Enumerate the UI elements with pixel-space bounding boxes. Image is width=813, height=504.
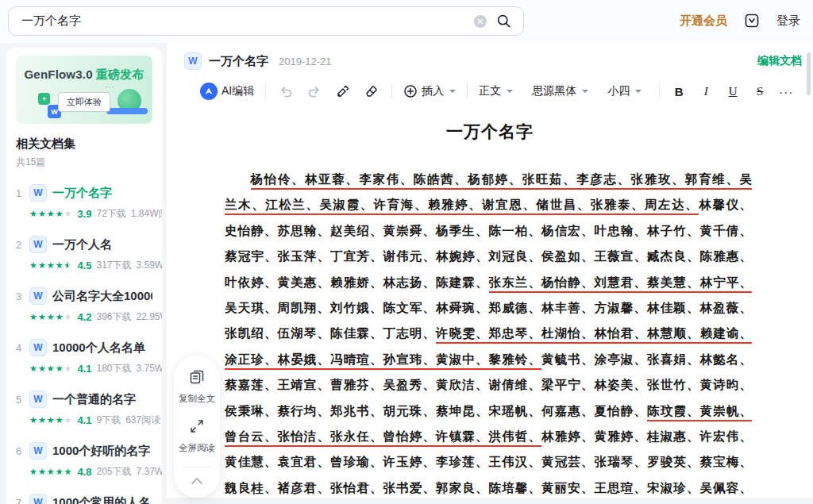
doc-item-title: 1000个好听的名字 (52, 444, 150, 459)
names-text: 侯秉琳、蔡行均、郑兆书、胡元珠、蔡坤昆、宋瑶帆、何嘉惠、夏怡静、 (225, 404, 647, 417)
red-underlined-names: 杨怡伶、林亚蓉、李家伟、陈皓茜、杨郁婷、张旺茹、李彦志、张雅玫、郭育维、吴 (251, 172, 752, 190)
doc-list-item[interactable]: 6W1000个好听的名字★★★★★4.8205下载7.37W阅读 (16, 442, 152, 479)
star-icon: ★ (38, 364, 47, 373)
doc-downloads: 72下载 (96, 207, 125, 221)
search-icon[interactable] (495, 13, 512, 30)
doc-rank: 1 (16, 187, 24, 199)
doc-list-item[interactable]: 7W1000个常用的人名 (16, 494, 152, 504)
doc-item-stats: ★★★★★★4.5317下载3.59W阅读 (29, 259, 152, 272)
red-underlined-names: 涂正珍、林晏娥、冯晴瑄、孙宣玮、黄淑中、黎雅铃、 (225, 352, 541, 370)
names-text: 林雅婷、黄雅婷、桂淑惠、许宏伟、 (541, 429, 752, 443)
star-icon: ★ (64, 209, 73, 218)
insert-dropdown[interactable]: 插入 (403, 84, 456, 98)
try-now-button[interactable]: 立即体验 (58, 92, 110, 112)
star-icon: ★ (29, 467, 38, 476)
name-line: 蔡嘉莲、王靖宣、曹雅芬、吴盈秀、黄欣洁、谢倩维、梁平宁、林姿美、张世竹、黄诗昀、 (225, 372, 752, 398)
star-icon: ★ (56, 260, 64, 270)
bold-button[interactable]: B (671, 85, 687, 98)
font-family-dropdown[interactable]: 思源黑体 (532, 84, 588, 98)
search-input[interactable] (20, 13, 466, 29)
doc-rating-value: 4.1 (77, 363, 91, 375)
star-half-fill: ★ (64, 261, 69, 270)
name-line: 史怡静、苏思翰、赵美绍、黄崇舜、杨季生、陈一柏、杨信宏、叶忠翰、林子竹、黄千倩、 (225, 218, 752, 244)
name-line: 蔡冠宇、张玉萍、丁宜芳、谢伟元、林婉婷、刘冠良、侯盈如、王薇宣、臧杰良、陈雅惠、 (225, 244, 752, 269)
name-line: 张凯绍、伍湖琴、陈佳霖、丁志明、许晓雯、郑忠琴、杜湖怡、林怡君、林慧顺、赖建谕、 (225, 321, 752, 346)
doc-list-item[interactable]: 4W10000个人名名单★★★★★4.1180下载3.75W阅读 (16, 339, 152, 375)
red-underlined-names: 张东兰、杨怡静、刘慧君、蔡美慧、林宁平、 (489, 275, 752, 293)
fullscreen-read-button[interactable]: 全屏阅读 (174, 417, 220, 454)
word-doc-icon: W (29, 287, 47, 305)
star-icon: ★ (64, 467, 73, 476)
format-painter-icon[interactable] (334, 83, 352, 100)
red-underlined-names: 曾台云、张怡洁、张永任、曾怡婷、许镇霖、洪伟哲、 (225, 429, 541, 447)
doc-list-item[interactable]: 1W一万个名字★★★★★3.972下载1.84W阅读 (16, 184, 152, 221)
doc-reads: 637阅读 (125, 414, 160, 427)
doc-app-icon: ＋ (38, 93, 50, 105)
chevron-up-icon (191, 477, 203, 485)
underline-button[interactable]: U (725, 85, 741, 98)
doc-item-stats: ★★★★★4.2396下载22.95W阅读 (29, 310, 152, 324)
page-bottom-gap (167, 498, 813, 504)
italic-button[interactable]: I (698, 85, 714, 98)
doc-rating-value: 3.9 (77, 208, 91, 220)
eraser-icon[interactable] (363, 83, 380, 100)
copy-icon (188, 368, 206, 386)
document-title: 一万个名字 (167, 121, 813, 143)
doc-item-row: 7W1000个常用的人名 (16, 494, 152, 504)
doc-item-row: 6W1000个好听的名字 (16, 442, 152, 460)
doc-reads: 7.37W阅读 (136, 465, 162, 479)
red-underlined-names: 许晓雯、郑忠琴、杜湖怡、林怡君、林慧顺、赖建谕、 (436, 326, 752, 344)
strikethrough-button[interactable]: S (752, 85, 768, 98)
doc-list-item[interactable]: 2W一万个人名★★★★★★4.5317下载3.59W阅读 (16, 236, 152, 272)
word-doc-icon: W (29, 236, 47, 253)
doc-date: 2019-12-21 (279, 56, 332, 67)
clear-search-icon[interactable] (474, 15, 487, 28)
scrollbar-thumb[interactable] (807, 52, 811, 95)
my-docs-icon[interactable] (743, 12, 761, 29)
word-doc-icon: W (29, 442, 47, 460)
related-docs-count: 共15篇 (16, 156, 152, 169)
more-tools-button[interactable]: ··· (779, 85, 793, 98)
edit-doc-link[interactable]: 编辑文档 (757, 54, 802, 68)
star-rating: ★★★★★★ (29, 261, 72, 270)
open-membership-link[interactable]: 开通会员 (680, 13, 727, 29)
doc-list-item[interactable]: 5W一个普通的名字★★★★★4.19下载637阅读 (16, 391, 152, 427)
doc-rank: 2 (16, 239, 24, 251)
doc-list-item[interactable]: 3W公司名字大全10000个★★★★★4.2396下载22.95W阅读 (16, 287, 152, 324)
red-underlined-names: 兰木、江松兰、吴淑霞、许育海、赖雅婷、谢宜恩、储世昌、张雅泰、周左达、 (225, 198, 699, 215)
doc-rank: 7 (16, 497, 24, 504)
star-icon: ★ (29, 260, 38, 270)
paragraph-style-dropdown[interactable]: 正文 (479, 84, 513, 98)
doc-downloads: 9下载 (96, 414, 121, 427)
login-link[interactable]: 登录 (776, 13, 800, 29)
name-line: 兰木、江松兰、吴淑霞、许育海、赖雅婷、谢宜恩、储世昌、张雅泰、周左达、林馨仪、 (225, 192, 752, 217)
redo-icon[interactable] (306, 83, 323, 100)
star-icon: ★ (38, 260, 47, 270)
word-doc-icon: W (29, 184, 47, 202)
doc-item-row: 5W一个普通的名字 (16, 391, 152, 408)
doc-item-title: 一个普通的名字 (52, 392, 136, 407)
chevron-down-icon (507, 90, 513, 93)
star-icon: ★ (56, 364, 64, 373)
doc-reads: 22.95W阅读 (136, 310, 162, 324)
star-icon: ★ (47, 364, 56, 373)
ai-edit-button[interactable]: AI编辑 (200, 83, 254, 100)
doc-item-stats: ★★★★★3.972下载1.84W阅读 (29, 207, 152, 221)
names-text: 蔡冠宇、张玉萍、丁宜芳、谢伟元、林婉婷、刘冠良、侯盈如、王薇宣、臧杰良、陈雅惠、 (225, 249, 752, 263)
font-size-dropdown[interactable]: 小四 (607, 84, 642, 98)
name-line: 曾台云、张怡洁、张永任、曾怡婷、许镇霖、洪伟哲、林雅婷、黄雅婷、桂淑惠、许宏伟、 (225, 424, 752, 449)
star-rating: ★★★★★ (29, 364, 72, 373)
doc-header: W 一万个名字 2019-12-21 编辑文档 (167, 41, 813, 70)
search-box[interactable] (8, 6, 524, 36)
star-icon: ★ (56, 209, 64, 218)
copy-fulltext-button[interactable]: 复制全文 (174, 368, 220, 405)
star-icon: ★ (29, 312, 38, 321)
name-line: 叶依婷、黄美惠、赖雅娇、林志扬、陈建霖、张东兰、杨怡静、刘慧君、蔡美慧、林宁平、 (225, 270, 752, 295)
star-icon: ★ (38, 467, 47, 476)
star-icon: ★ (38, 312, 47, 321)
collapse-panel-button[interactable] (174, 472, 220, 491)
laptop-icon (106, 108, 148, 114)
undo-icon[interactable] (277, 83, 295, 100)
star-icon: ★ (64, 364, 73, 373)
doc-item-row: 4W10000个人名名单 (16, 339, 152, 356)
